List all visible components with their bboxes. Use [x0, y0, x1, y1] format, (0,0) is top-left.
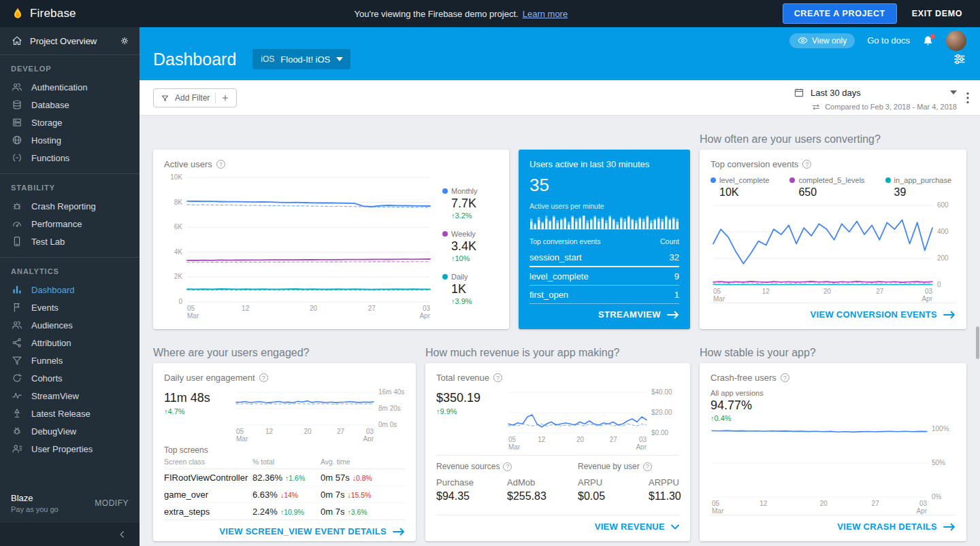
sidebar-item-attribution[interactable]: Attribution: [0, 334, 140, 352]
link-label: VIEW CRASH DETAILS: [837, 522, 937, 532]
tune-filters-icon[interactable]: [953, 52, 966, 66]
card-title: Users active in last 30 minutes: [529, 159, 649, 169]
section-title-converting: How often are your users converting?: [700, 133, 966, 146]
date-range-dropdown[interactable]: Last 30 days: [794, 87, 957, 98]
sidebar-item-performance[interactable]: Performance: [0, 215, 140, 233]
svg-text:20: 20: [820, 500, 828, 507]
sidebar-item-audiences[interactable]: Audiences: [0, 316, 140, 334]
sidebar-item-events[interactable]: Events: [0, 298, 140, 316]
exit-demo-button[interactable]: EXIT DEMO: [912, 9, 962, 18]
eye-icon: [798, 37, 808, 44]
calendar-icon: [794, 87, 804, 98]
go-to-docs-link[interactable]: Go to docs: [867, 35, 910, 46]
sidebar-item-label: Test Lab: [31, 237, 65, 247]
svg-text:05Mar: 05Mar: [236, 428, 248, 441]
svg-text:0: 0: [178, 298, 182, 305]
screen-name: FIRootViewController: [164, 473, 252, 483]
app-platform-label: iOS: [261, 54, 274, 64]
dashboard-content: How often are your users converting? Act…: [140, 116, 980, 546]
sidebar-item-debugview[interactable]: DebugView: [0, 422, 140, 440]
column-header: Avg. time: [321, 458, 405, 466]
legend-value: 39: [894, 186, 951, 199]
streamview-link[interactable]: STREAMVIEW: [529, 304, 679, 320]
section-title-engaged: Where are your users engaged?: [153, 347, 416, 359]
chevron-down-icon: [336, 57, 343, 61]
section-label-develop: DEVELOP: [0, 56, 140, 78]
sidebar-item-project-overview[interactable]: Project Overview: [0, 27, 140, 55]
table-row[interactable]: FIRootViewController 82.36%↑1.6% 0m 57s↓…: [164, 469, 405, 486]
sidebar-item-label: User Properties: [31, 444, 93, 454]
realtime-event-row[interactable]: level_complete 9: [529, 267, 679, 286]
realtime-event-row[interactable]: session_start 32: [529, 248, 679, 267]
sidebar-item-latest-release[interactable]: Latest Release: [0, 405, 140, 422]
sidebar-item-streamview[interactable]: StreamView: [0, 387, 140, 405]
sidebar-item-authentication[interactable]: Authentication: [0, 78, 140, 96]
info-icon[interactable]: [781, 373, 789, 382]
learn-more-link[interactable]: Learn more: [523, 9, 568, 19]
sidebar-item-label: Latest Release: [31, 409, 91, 419]
screen-name: game_over: [164, 490, 252, 500]
view-only-badge[interactable]: View only: [789, 33, 855, 48]
svg-text:0: 0: [937, 281, 941, 288]
speedometer-icon: [11, 218, 23, 230]
sidebar-collapse-button[interactable]: [0, 522, 140, 546]
add-filter-chip[interactable]: Add Filter: [153, 88, 237, 107]
sidebar-item-cohorts[interactable]: Cohorts: [0, 369, 140, 387]
svg-text:05Mar: 05Mar: [713, 288, 725, 303]
sidebar-item-hosting[interactable]: Hosting: [0, 131, 140, 149]
sidebar-section-analytics: ANALYTICS Dashboard Events Audiences Att…: [0, 258, 140, 464]
view-crash-details-link[interactable]: VIEW CRASH DETAILS: [710, 515, 956, 532]
sidebar-item-dashboard[interactable]: Dashboard: [0, 281, 140, 298]
info-icon[interactable]: [493, 373, 502, 382]
svg-text:$0.00: $0.00: [651, 429, 668, 437]
sidebar-item-database[interactable]: Database: [0, 96, 140, 114]
sidebar-item-test-lab[interactable]: Test Lab: [0, 233, 140, 250]
view-conversion-events-link[interactable]: VIEW CONVERSION EVENTS: [710, 303, 956, 320]
info-icon[interactable]: [802, 160, 811, 169]
realtime-event-row[interactable]: first_open 1: [529, 286, 679, 304]
table-row[interactable]: game_over 6.63%↓14% 0m 7s↓15.5%: [164, 486, 405, 503]
app-selector-dropdown[interactable]: iOS Flood-It! iOS: [252, 49, 350, 69]
conversion-events-chart: 020040060005Mar12202703Apr: [710, 200, 956, 303]
info-icon[interactable]: [503, 462, 512, 471]
svg-text:4K: 4K: [174, 248, 183, 256]
create-project-button[interactable]: CREATE A PROJECT: [783, 3, 897, 24]
loop-icon: [11, 372, 23, 384]
percent-total: 82.36%: [252, 473, 282, 483]
info-icon[interactable]: [643, 462, 652, 471]
realtime-table-col1: Top conversion events: [529, 237, 600, 245]
sidebar-item-label: Funnels: [31, 356, 63, 366]
notification-dot: [930, 34, 935, 39]
info-icon[interactable]: [259, 373, 268, 382]
svg-text:12: 12: [538, 436, 546, 443]
user-avatar[interactable]: [946, 31, 966, 51]
notifications-bell-icon[interactable]: [922, 35, 934, 47]
plus-icon[interactable]: [221, 94, 229, 102]
project-settings-gear-icon[interactable]: [119, 35, 130, 46]
scrollbar-thumb[interactable]: [976, 326, 979, 359]
more-options-kebab-icon[interactable]: [966, 92, 969, 115]
view-screen-details-link[interactable]: VIEW SCREEN_VIEW EVENT DETAILS: [164, 519, 405, 536]
table-row[interactable]: extra_steps 2.24%↑10.9% 0m 7s↑3.6%: [164, 503, 405, 519]
compare-period-row: Compared to Feb 3, 2018 - Mar 4, 2018: [811, 103, 957, 111]
sidebar-item-funnels[interactable]: Funnels: [0, 352, 140, 369]
plan-modify-button[interactable]: MODIFY: [95, 498, 129, 508]
column-header: % total: [252, 458, 321, 466]
svg-text:03Apr: 03Apr: [921, 288, 932, 303]
sidebar-item-storage[interactable]: Storage: [0, 114, 140, 131]
sidebar-item-functions[interactable]: Functions: [0, 149, 140, 167]
sidebar-item-crash-reporting[interactable]: Crash Reporting: [0, 197, 140, 215]
svg-text:27: 27: [337, 428, 345, 435]
svg-text:27: 27: [610, 436, 618, 443]
section-title-revenue: How much revenue is your app making?: [425, 347, 690, 359]
sidebar-item-user-properties[interactable]: User Properties: [0, 440, 140, 458]
firebase-logo[interactable]: Firebase: [0, 7, 140, 20]
arrow-right-icon: [393, 528, 405, 536]
avg-time: 0m 7s: [321, 490, 344, 500]
storage-icon: [11, 116, 23, 129]
sidebar-item-label: Crash Reporting: [31, 201, 96, 211]
svg-text:100%: 100%: [932, 425, 949, 432]
svg-text:05Mar: 05Mar: [712, 500, 724, 515]
info-icon[interactable]: [216, 160, 225, 169]
view-revenue-link[interactable]: VIEW REVENUE: [436, 515, 679, 532]
